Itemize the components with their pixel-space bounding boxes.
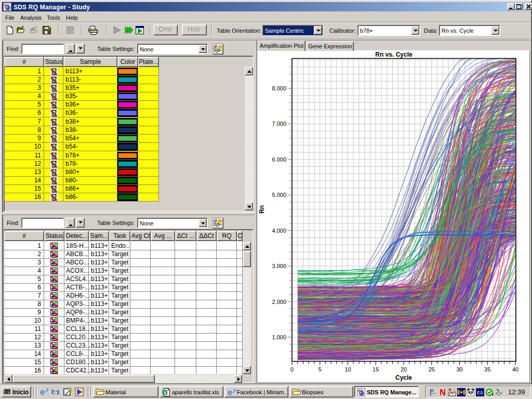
svg-text:4.000: 4.000 (272, 228, 286, 234)
svg-text:0: 0 (290, 366, 294, 373)
svg-text:30: 30 (456, 366, 462, 373)
svg-text:40: 40 (512, 366, 518, 373)
svg-text:N: N (440, 388, 446, 396)
svg-text:e: e (40, 388, 45, 396)
svg-text:1.000: 1.000 (272, 334, 286, 340)
svg-text:35: 35 (484, 366, 490, 373)
svg-text:3.000: 3.000 (272, 263, 286, 269)
svg-text:5.000: 5.000 (272, 192, 286, 198)
svg-text:7.000: 7.000 (272, 121, 286, 127)
svg-text:15: 15 (373, 366, 379, 373)
svg-text:20: 20 (401, 366, 407, 373)
svg-text:ES: ES (477, 390, 483, 395)
svg-text:Rn: Rn (258, 205, 265, 214)
svg-text:e: e (228, 388, 232, 397)
svg-text:Rn vs. Cycle: Rn vs. Cycle (375, 51, 413, 58)
svg-text:10: 10 (344, 366, 351, 373)
svg-text:X: X (163, 390, 166, 395)
svg-text:2.000: 2.000 (272, 299, 286, 305)
svg-text:Cycle: Cycle (395, 374, 412, 381)
svg-text:25: 25 (429, 366, 435, 373)
svg-text:8.000: 8.000 (272, 85, 286, 91)
svg-text:6.000: 6.000 (272, 156, 286, 163)
svg-text:5: 5 (318, 366, 322, 373)
